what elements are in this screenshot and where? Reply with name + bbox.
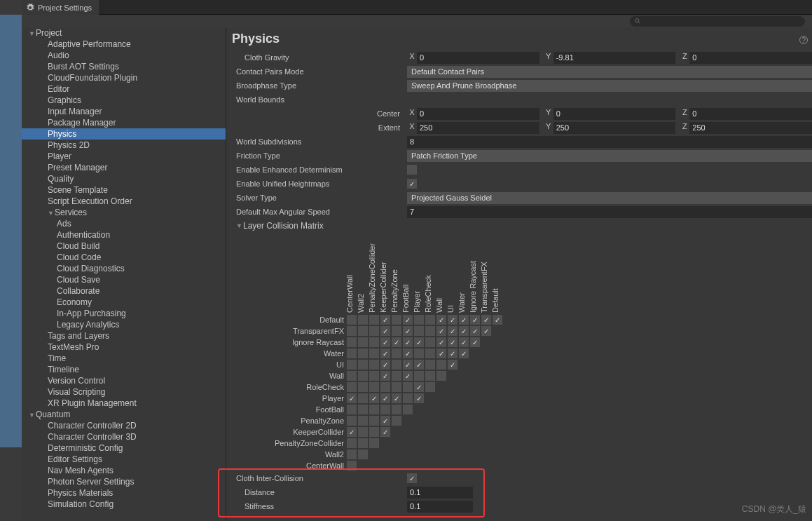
matrix-checkbox[interactable]: [436, 360, 446, 370]
matrix-checkbox[interactable]: [425, 349, 435, 358]
matrix-checkbox[interactable]: [425, 326, 435, 336]
matrix-checkbox[interactable]: ✓: [380, 349, 390, 358]
matrix-checkbox[interactable]: [414, 371, 424, 381]
matrix-checkbox[interactable]: ✓: [347, 393, 357, 403]
matrix-checkbox[interactable]: [436, 371, 446, 381]
sidebar-item-quantum[interactable]: ▼Quantum: [22, 409, 226, 420]
matrix-checkbox[interactable]: [380, 405, 390, 414]
matrix-checkbox[interactable]: [403, 382, 413, 392]
matrix-checkbox[interactable]: ✓: [380, 360, 390, 370]
matrix-checkbox[interactable]: [358, 427, 368, 437]
sidebar-item-in-app-purchasing[interactable]: In-App Purchasing: [22, 308, 226, 319]
sidebar-item-physics[interactable]: Physics: [22, 128, 226, 140]
matrix-checkbox[interactable]: [392, 371, 401, 381]
matrix-checkbox[interactable]: ✓: [459, 315, 469, 325]
extent-z[interactable]: 250: [689, 122, 812, 134]
cloth-inter-checkbox[interactable]: ✓: [407, 473, 417, 483]
matrix-checkbox[interactable]: ✓: [481, 326, 491, 336]
sidebar-item-time[interactable]: Time: [22, 353, 226, 364]
matrix-checkbox[interactable]: ✓: [481, 315, 491, 325]
sidebar-item-deterministic-config[interactable]: Deterministic Config: [22, 442, 226, 454]
help-icon[interactable]: ?: [799, 36, 808, 44]
matrix-checkbox[interactable]: [425, 360, 435, 370]
solver-dropdown[interactable]: Projected Gauss Seidel: [407, 192, 812, 204]
matrix-checkbox[interactable]: [392, 405, 401, 414]
matrix-checkbox[interactable]: [358, 326, 368, 336]
matrix-checkbox[interactable]: [369, 438, 379, 448]
enhanced-checkbox[interactable]: [407, 165, 417, 175]
sidebar-item-nav-mesh-agents[interactable]: Nav Mesh Agents: [22, 465, 226, 476]
matrix-checkbox[interactable]: [347, 449, 357, 459]
matrix-checkbox[interactable]: ✓: [380, 337, 390, 347]
matrix-checkbox[interactable]: ✓: [436, 337, 446, 347]
matrix-checkbox[interactable]: ✓: [470, 315, 480, 325]
sidebar-item-cloud-build[interactable]: Cloud Build: [22, 241, 226, 252]
matrix-checkbox[interactable]: [347, 315, 357, 325]
sidebar-item-economy[interactable]: Economy: [22, 297, 226, 308]
matrix-checkbox[interactable]: ✓: [493, 315, 502, 325]
matrix-checkbox[interactable]: ✓: [448, 337, 457, 347]
matrix-checkbox[interactable]: ✓: [414, 382, 424, 392]
sidebar-item-visual-scripting[interactable]: Visual Scripting: [22, 386, 226, 398]
matrix-checkbox[interactable]: ✓: [459, 326, 469, 336]
matrix-checkbox[interactable]: ✓: [403, 326, 413, 336]
matrix-checkbox[interactable]: [358, 416, 368, 426]
matrix-checkbox[interactable]: [403, 405, 413, 414]
matrix-checkbox[interactable]: [425, 315, 435, 325]
sidebar-item-preset-manager[interactable]: Preset Manager: [22, 162, 226, 173]
matrix-checkbox[interactable]: [358, 382, 368, 392]
layer-matrix-foldout[interactable]: ▼ Layer Collision Matrix: [236, 219, 812, 233]
matrix-checkbox[interactable]: [392, 315, 401, 325]
matrix-checkbox[interactable]: ✓: [369, 393, 379, 403]
matrix-checkbox[interactable]: [347, 326, 357, 336]
matrix-checkbox[interactable]: ✓: [403, 337, 413, 347]
matrix-checkbox[interactable]: ✓: [436, 349, 446, 358]
matrix-checkbox[interactable]: [347, 371, 357, 381]
matrix-checkbox[interactable]: [358, 393, 368, 403]
sidebar-item-graphics[interactable]: Graphics: [22, 95, 226, 106]
sidebar-item-ads[interactable]: Ads: [22, 218, 226, 229]
matrix-checkbox[interactable]: ✓: [470, 337, 480, 347]
matrix-checkbox[interactable]: ✓: [470, 326, 480, 336]
matrix-checkbox[interactable]: [347, 360, 357, 370]
matrix-checkbox[interactable]: [369, 360, 379, 370]
matrix-checkbox[interactable]: [369, 416, 379, 426]
sidebar-item-editor[interactable]: Editor: [22, 83, 226, 95]
matrix-checkbox[interactable]: [347, 349, 357, 358]
matrix-checkbox[interactable]: [369, 326, 379, 336]
sidebar-item-simulation-config[interactable]: Simulation Config: [22, 499, 226, 510]
matrix-checkbox[interactable]: ✓: [380, 416, 390, 426]
matrix-checkbox[interactable]: ✓: [380, 326, 390, 336]
tab-project-settings[interactable]: Project Settings: [22, 0, 99, 15]
sidebar-item-timeline[interactable]: Timeline: [22, 364, 226, 375]
sidebar-item-input-manager[interactable]: Input Manager: [22, 106, 226, 117]
matrix-checkbox[interactable]: [358, 438, 368, 448]
center-z[interactable]: 0: [689, 108, 812, 120]
matrix-checkbox[interactable]: [369, 315, 379, 325]
center-y[interactable]: 0: [553, 108, 676, 120]
extent-y[interactable]: 250: [553, 122, 676, 134]
matrix-checkbox[interactable]: [347, 337, 357, 347]
stiffness-field[interactable]: 0.1: [407, 501, 473, 513]
matrix-checkbox[interactable]: [369, 427, 379, 437]
sidebar-item-cloudfoundation-plugin[interactable]: CloudFoundation Plugin: [22, 72, 226, 83]
matrix-checkbox[interactable]: ✓: [392, 337, 401, 347]
matrix-checkbox[interactable]: ✓: [403, 315, 413, 325]
matrix-checkbox[interactable]: [392, 360, 401, 370]
distance-field[interactable]: 0.1: [407, 487, 473, 499]
matrix-checkbox[interactable]: ✓: [380, 315, 390, 325]
friction-dropdown[interactable]: Patch Friction Type: [407, 150, 812, 162]
matrix-checkbox[interactable]: [369, 349, 379, 358]
unified-checkbox[interactable]: ✓: [407, 179, 417, 189]
sidebar-item-player[interactable]: Player: [22, 151, 226, 162]
sidebar-item-character-controller-3d[interactable]: Character Controller 3D: [22, 431, 226, 442]
sidebar-item-cloud-save[interactable]: Cloud Save: [22, 274, 226, 285]
matrix-checkbox[interactable]: [358, 405, 368, 414]
matrix-checkbox[interactable]: ✓: [436, 326, 446, 336]
extent-x[interactable]: 250: [417, 122, 539, 134]
sidebar-item-cloud-code[interactable]: Cloud Code: [22, 252, 226, 263]
matrix-checkbox[interactable]: ✓: [414, 393, 424, 403]
sidebar-item-editor-settings[interactable]: Editor Settings: [22, 454, 226, 465]
world-subdiv-field[interactable]: 8: [407, 136, 812, 148]
matrix-checkbox[interactable]: [414, 349, 424, 358]
